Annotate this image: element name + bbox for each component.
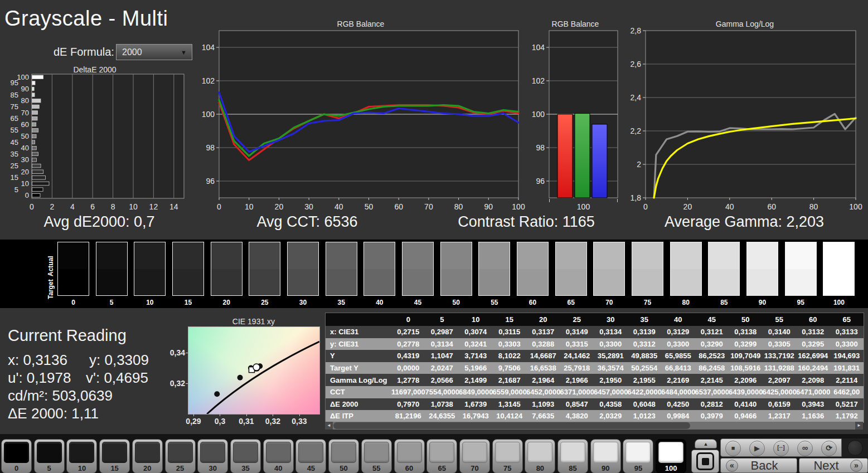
patch-level-label: 95 xyxy=(623,464,653,472)
step-button[interactable]: [··] xyxy=(773,441,789,456)
svg-text:100: 100 xyxy=(577,202,590,211)
swatch-level-label: 65 xyxy=(555,299,587,306)
swatch-target xyxy=(249,269,280,296)
de-formula-dropdown[interactable]: 2000 ▼ xyxy=(116,44,192,60)
table-cell: 35,2891 xyxy=(594,352,628,360)
svg-text:2: 2 xyxy=(637,160,641,169)
table-cell: 0,3305 xyxy=(763,340,797,348)
table-cell: 49,8835 xyxy=(628,352,662,360)
back-button[interactable]: « Back xyxy=(720,458,797,473)
patch-window-button[interactable] xyxy=(691,450,719,473)
patch-button-55[interactable]: 55 xyxy=(361,439,392,473)
table-cell: 0,4250 xyxy=(661,400,695,408)
patch-button-15[interactable]: 15 xyxy=(99,439,130,473)
swatch-target xyxy=(785,269,816,296)
cie-x-tick xyxy=(299,414,300,416)
swatch-target xyxy=(364,269,395,296)
table-cell: 109,7049 xyxy=(729,352,763,360)
table-cell: 0,3315 xyxy=(560,340,594,348)
swatch-level-label: 90 xyxy=(746,299,778,306)
patch-button-65[interactable]: 65 xyxy=(426,439,457,473)
swatch-level-label: 50 xyxy=(440,299,472,306)
patch-button-75[interactable]: 75 xyxy=(492,439,523,473)
table-cell: 2,0566 xyxy=(425,376,459,384)
cie-x-tick xyxy=(220,414,220,416)
table-cell: 0,3288 xyxy=(526,340,560,348)
scroll-right-button[interactable]: ► xyxy=(855,422,863,430)
patch-swatch xyxy=(69,442,94,463)
patch-button-10[interactable]: 10 xyxy=(66,439,97,473)
patch-button-0[interactable]: 0 xyxy=(1,439,32,473)
patch-button-100[interactable]: 100 xyxy=(656,439,686,473)
patch-button-70[interactable]: 70 xyxy=(459,439,490,473)
patch-swatch xyxy=(593,442,618,463)
svg-text:2,6: 2,6 xyxy=(631,60,642,69)
svg-text:70: 70 xyxy=(424,202,433,211)
deltae-bar-85 xyxy=(32,93,35,97)
patch-button-25[interactable]: 25 xyxy=(165,439,196,473)
record-button-disabled[interactable] xyxy=(847,440,863,456)
swatch-level-label: 70 xyxy=(593,299,625,306)
scroll-left-button[interactable]: ◄ xyxy=(325,422,333,430)
table-cell: 2,1964 xyxy=(526,376,560,384)
patch-button-45[interactable]: 45 xyxy=(295,439,326,473)
table-cell: 0,3133 xyxy=(830,328,864,336)
table-cell: 6457,0000 xyxy=(594,388,628,396)
repeat-button[interactable]: ⟳ xyxy=(821,441,837,456)
table-cell: 6439,0000 xyxy=(729,388,763,396)
table-cell: 0,3115 xyxy=(493,328,527,336)
patch-button-5[interactable]: 5 xyxy=(34,439,65,473)
record-segment xyxy=(842,438,868,457)
patch-panel-up-button[interactable]: ▲ xyxy=(695,439,717,448)
deltae-bar-45 xyxy=(32,140,35,144)
table-cell: 0,3137 xyxy=(526,328,560,336)
patch-button-35[interactable]: 35 xyxy=(230,439,261,473)
patch-level-label: 25 xyxy=(166,464,195,472)
table-cell: 0,3134 xyxy=(425,340,459,348)
next-button[interactable]: Next » xyxy=(799,458,868,473)
patch-selector-bar: 0510152025303540455055606570758085909510… xyxy=(0,434,868,473)
gamma-chart: 1,822,22,42,62,8020406080100 xyxy=(626,16,868,211)
patch-button-95[interactable]: 95 xyxy=(623,439,653,473)
table-horizontal-scrollbar[interactable]: ◄ ► xyxy=(325,422,863,430)
avg-cct-readout: Avg CCT: 6536 xyxy=(256,213,357,231)
swatch-actual xyxy=(288,242,318,269)
svg-text:65: 65 xyxy=(11,114,18,123)
table-cell: 16,6538 xyxy=(526,364,560,372)
deltae-chart: 0246810121405101520253035404550556065707… xyxy=(3,63,192,211)
patch-button-50[interactable]: 50 xyxy=(328,439,359,473)
svg-text:60: 60 xyxy=(767,202,776,211)
deltae-bar-65 xyxy=(32,116,38,120)
patch-button-60[interactable]: 60 xyxy=(394,439,425,473)
table-column-header: 5 xyxy=(425,315,459,324)
svg-text:100: 100 xyxy=(512,202,525,211)
patch-button-90[interactable]: 90 xyxy=(590,439,621,473)
loop-button[interactable]: ∞ xyxy=(797,441,813,456)
table-cell: 1,2778 xyxy=(391,376,425,384)
table-cell: 3,7143 xyxy=(459,352,493,360)
svg-text:102: 102 xyxy=(532,76,545,85)
patch-button-85[interactable]: 85 xyxy=(557,439,588,473)
table-row: x: CIE310,27150,29870,30740,31150,31370,… xyxy=(326,326,864,338)
patch-button-40[interactable]: 40 xyxy=(263,439,294,473)
swatch-level-label: 10 xyxy=(134,299,166,306)
play-button[interactable]: ▶ xyxy=(749,441,765,456)
table-cell: 0,3943 xyxy=(796,400,830,408)
cie-x-tick xyxy=(193,414,194,416)
table-cell: 194,693 xyxy=(830,352,864,360)
table-cell: 0,3290 xyxy=(695,340,729,348)
patch-button-20[interactable]: 20 xyxy=(132,439,163,473)
deltae-bar-75 xyxy=(32,105,40,109)
svg-text:12: 12 xyxy=(149,202,158,211)
stop-button[interactable]: ■ xyxy=(725,441,741,456)
patch-button-30[interactable]: 30 xyxy=(197,439,228,473)
svg-text:40: 40 xyxy=(725,202,734,211)
table-row: Gamma Log/Log1,27782,05662,14992,16872,1… xyxy=(326,374,864,386)
swatch-level-label: 45 xyxy=(402,299,434,306)
avg-de2000-readout: Avg dE2000: 0,7 xyxy=(43,213,154,231)
reading-luminance: cd/m²: 503,0639 xyxy=(8,387,113,404)
table-cell: 0,3074 xyxy=(459,328,493,336)
scrollbar-thumb[interactable] xyxy=(333,422,690,429)
table-cell: 0,3300 xyxy=(594,340,628,348)
patch-button-80[interactable]: 80 xyxy=(525,439,555,473)
